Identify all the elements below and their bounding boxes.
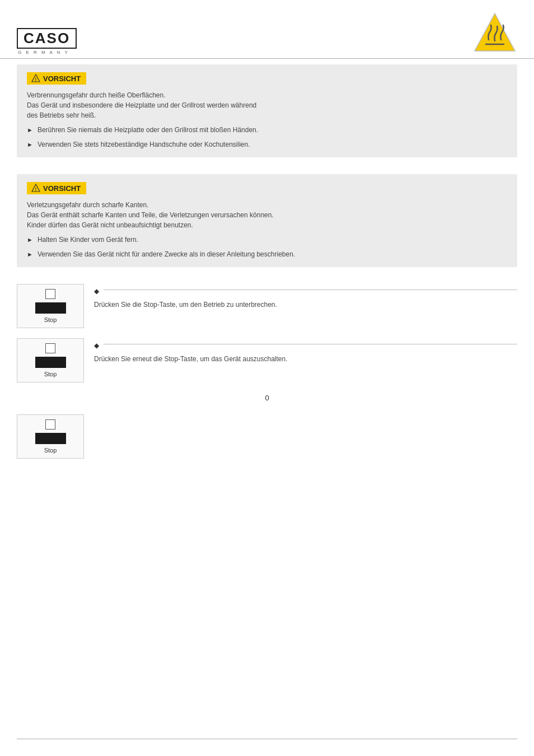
warning-title-1: ! VORSICHT (27, 72, 86, 85)
stop-btn-rect-1 (35, 302, 66, 314)
page-header: CASO G E R M A N Y (0, 0, 534, 59)
instr-line-1 (104, 290, 517, 290)
warning-bullet-1b: ► Verwenden Sie stets hitzebeständige Ha… (27, 139, 507, 150)
warning-bullet-1a: ► Berühren Sie niemals die Heizplatte od… (27, 125, 507, 135)
diamond-icon-2: ◆ (94, 342, 99, 349)
warning-title-2: ! VORSICHT (27, 182, 86, 194)
bullet-arrow-icon: ► (27, 140, 33, 150)
stop-widget-bottom: Stop (17, 414, 84, 459)
svg-marker-0 (475, 13, 515, 51)
warning-text-2: Verletzungsgefahr durch scharfe Kanten. … (27, 200, 507, 230)
instruction-row-2: Stop ◆ Drücken Sie erneut die Stop-Taste… (17, 338, 517, 382)
stop-btn-label-1: Stop (44, 316, 57, 323)
stop-widget-1: Stop (17, 284, 84, 328)
diamond-row-2: ◆ (94, 342, 517, 349)
stop-checkbox-1 (45, 289, 55, 299)
hot-surface-icon (472, 10, 517, 55)
warning-block-2: ! VORSICHT Verletzungsgefahr durch schar… (17, 174, 517, 267)
bullet-arrow-icon: ► (27, 235, 33, 245)
stop-btn-label-bottom: Stop (44, 447, 57, 454)
diamond-icon-1: ◆ (94, 287, 99, 295)
instr-text-2: Drücken Sie erneut die Stop-Taste, um da… (94, 354, 517, 364)
stop-widget-2: Stop (17, 338, 84, 382)
instr-line-2 (104, 344, 517, 344)
instr-text-1: Drücken Sie die Stop-Taste, um den Betri… (94, 300, 517, 310)
logo-caso: CASO (17, 28, 77, 49)
stop-btn-rect-2 (35, 357, 66, 368)
bottom-stop-section: Stop (17, 414, 517, 459)
instruction-row-1: Stop ◆ Drücken Sie die Stop-Taste, um de… (17, 284, 517, 328)
instructions-section: Stop ◆ Drücken Sie die Stop-Taste, um de… (17, 284, 517, 382)
warning-bullet-2b: ► Verwenden Sie das Gerät nicht für ande… (27, 249, 507, 259)
logo-area: CASO G E R M A N Y (17, 28, 77, 55)
warning-text-1: Verbrennungsgefahr durch heiße Oberfläch… (27, 90, 507, 120)
stop-checkbox-2 (45, 343, 55, 353)
bullet-arrow-icon: ► (27, 125, 33, 135)
warning-bullet-2a: ► Halten Sie Kinder vom Gerät fern. (27, 235, 507, 245)
main-content: ! VORSICHT Verbrennungsgefahr durch heiß… (0, 59, 534, 475)
stop-btn-rect-bottom (35, 433, 66, 444)
svg-text:!: ! (35, 77, 37, 82)
stop-btn-label-2: Stop (44, 371, 57, 377)
warning-block-1: ! VORSICHT Verbrennungsgefahr durch heiß… (17, 64, 517, 157)
zero-value: 0 (265, 394, 269, 402)
diamond-row-1: ◆ (94, 287, 517, 295)
instruction-text-1: ◆ Drücken Sie die Stop-Taste, um den Bet… (94, 284, 517, 310)
svg-text:!: ! (35, 186, 37, 192)
zero-section: 0 (17, 394, 517, 409)
stop-checkbox-bottom (45, 419, 55, 430)
bullet-arrow-icon: ► (27, 250, 33, 259)
footer-divider (17, 739, 517, 740)
logo-germany: G E R M A N Y (18, 50, 69, 55)
instruction-text-2: ◆ Drücken Sie erneut die Stop-Taste, um … (94, 338, 517, 364)
